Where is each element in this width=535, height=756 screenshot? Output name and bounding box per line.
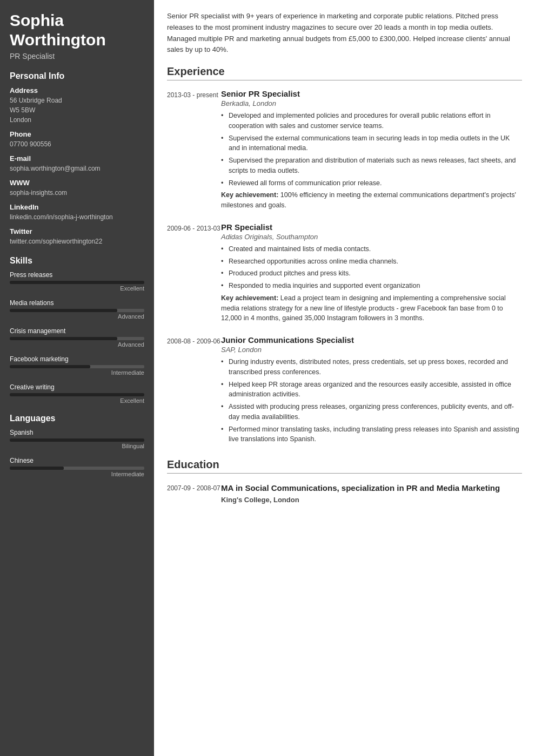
exp-date: 2008-08 - 2009-06 [167, 335, 221, 447]
language-item: Spanish Bilingual [10, 429, 144, 449]
summary-text: Senior PR specialist with 9+ years of ex… [167, 11, 522, 56]
twitter-value: twitter.com/sophieworthington22 [10, 237, 144, 246]
language-item: Chinese Intermediate [10, 457, 144, 477]
candidate-title: PR Specialist [10, 52, 144, 60]
linkedin-value: linkedin.com/in/sophia-j-worthington [10, 212, 144, 222]
experience-block: 2008-08 - 2009-06 Junior Communications … [167, 335, 522, 447]
education-heading: Education [167, 458, 522, 474]
skill-name: Press releases [10, 271, 144, 279]
skills-heading: Skills [10, 256, 144, 266]
skill-bar-fill [10, 337, 117, 340]
address-block: Address 56 Uxbridge Road W5 5BW London [10, 86, 144, 125]
exp-bullet: Researched opportunities across online m… [221, 256, 522, 267]
exp-bullets: During industry events, distributed note… [221, 357, 522, 444]
exp-job-title: Junior Communications Specialist [221, 335, 522, 345]
skill-item: Creative writing Excellent [10, 383, 144, 404]
edu-date: 2007-09 - 2008-07 [167, 482, 221, 504]
language-bar-fill [10, 438, 144, 442]
exp-date: 2013-03 - present [167, 89, 221, 211]
exp-bullets: Created and maintained lists of media co… [221, 244, 522, 291]
skill-name: Creative writing [10, 383, 144, 391]
skill-item: Press releases Excellent [10, 271, 144, 292]
address-line-3: London [10, 115, 144, 125]
skill-bar-bg [10, 281, 144, 284]
twitter-block: Twitter twitter.com/sophieworthington22 [10, 227, 144, 246]
skill-bar-fill [10, 393, 144, 396]
skill-level: Excellent [10, 397, 144, 404]
exp-achievement: Key achievement: Lead a project team in … [221, 293, 522, 323]
experience-block: 2009-06 - 2013-03 PR Specialist Adidas O… [167, 222, 522, 323]
skill-name: Facebook marketing [10, 355, 144, 363]
www-label: WWW [10, 179, 144, 187]
twitter-label: Twitter [10, 227, 144, 235]
exp-content: Junior Communications Specialist SAP, Lo… [221, 335, 522, 447]
skill-bar-bg [10, 393, 144, 396]
exp-content: PR Specialist Adidas Originals, Southamp… [221, 222, 522, 323]
address-line-1: 56 Uxbridge Road [10, 96, 144, 105]
email-value: sophia.worthington@gmail.com [10, 164, 144, 173]
skill-bar-fill [10, 281, 144, 284]
skill-bar-bg [10, 309, 144, 312]
exp-company: Adidas Originals, Southampton [221, 233, 522, 241]
skill-name: Media relations [10, 299, 144, 307]
skill-bar-fill [10, 365, 90, 368]
skill-level: Advanced [10, 313, 144, 320]
language-name: Chinese [10, 457, 144, 464]
exp-date: 2009-06 - 2013-03 [167, 222, 221, 323]
edu-school: King's College, London [221, 496, 522, 504]
skill-item: Media relations Advanced [10, 299, 144, 320]
exp-bullet: During industry events, distributed note… [221, 357, 522, 377]
exp-company: Berkadia, London [221, 99, 522, 107]
language-level: Bilingual [10, 443, 144, 449]
exp-bullet: Supervised the preparation and distribut… [221, 156, 522, 176]
language-bar-bg [10, 438, 144, 442]
candidate-name: Sophia Worthington [10, 11, 144, 50]
skill-bar-bg [10, 337, 144, 340]
sidebar: Sophia Worthington PR Specialist Persona… [0, 0, 154, 756]
education-block: 2007-09 - 2008-07 MA in Social Communica… [167, 482, 522, 504]
address-line-2: W5 5BW [10, 105, 144, 115]
exp-bullets: Developed and implemented policies and p… [221, 111, 522, 188]
exp-content: Senior PR Specialist Berkadia, London De… [221, 89, 522, 211]
exp-bullet: Responded to media inquiries and support… [221, 281, 522, 291]
skill-level: Advanced [10, 341, 144, 348]
experience-list: 2013-03 - present Senior PR Specialist B… [167, 89, 522, 447]
skill-bar-bg [10, 365, 144, 368]
exp-company: SAP, London [221, 346, 522, 354]
skill-item: Crisis management Advanced [10, 327, 144, 348]
skill-name: Crisis management [10, 327, 144, 335]
exp-bullet: Supervised the external communications t… [221, 133, 522, 154]
exp-bullet: Assisted with producing press releases, … [221, 402, 522, 422]
www-value: sophia-insights.com [10, 188, 144, 198]
exp-bullet: Reviewed all forms of communication prio… [221, 178, 522, 188]
email-block: E-mail sophia.worthington@gmail.com [10, 154, 144, 173]
languages-heading: Languages [10, 414, 144, 423]
main-content: Senior PR specialist with 9+ years of ex… [154, 0, 535, 756]
exp-bullet: Developed and implemented policies and p… [221, 111, 522, 131]
skills-list: Press releases Excellent Media relations… [10, 271, 144, 404]
skill-item: Facebook marketing Intermediate [10, 355, 144, 376]
exp-job-title: PR Specialist [221, 222, 522, 232]
edu-content: MA in Social Communications, specializat… [221, 482, 522, 504]
address-label: Address [10, 86, 144, 94]
phone-label: Phone [10, 130, 144, 138]
linkedin-label: LinkedIn [10, 203, 144, 211]
experience-block: 2013-03 - present Senior PR Specialist B… [167, 89, 522, 211]
personal-info-heading: Personal Info [10, 71, 144, 81]
exp-bullet: Performed minor translating tasks, inclu… [221, 424, 522, 445]
exp-bullet: Created and maintained lists of media co… [221, 244, 522, 254]
linkedin-block: LinkedIn linkedin.com/in/sophia-j-worthi… [10, 203, 144, 222]
language-bar-bg [10, 467, 144, 470]
education-list: 2007-09 - 2008-07 MA in Social Communica… [167, 482, 522, 504]
language-name: Spanish [10, 429, 144, 436]
languages-list: Spanish Bilingual Chinese Intermediate [10, 429, 144, 477]
phone-block: Phone 07700 900556 [10, 130, 144, 149]
experience-heading: Experience [167, 65, 522, 80]
email-label: E-mail [10, 154, 144, 163]
exp-achievement: Key achievement: 100% efficiency in meet… [221, 190, 522, 211]
skill-level: Intermediate [10, 369, 144, 376]
www-block: WWW sophia-insights.com [10, 179, 144, 198]
phone-value: 07700 900556 [10, 139, 144, 149]
edu-degree: MA in Social Communications, specializat… [221, 482, 522, 494]
exp-job-title: Senior PR Specialist [221, 89, 522, 98]
